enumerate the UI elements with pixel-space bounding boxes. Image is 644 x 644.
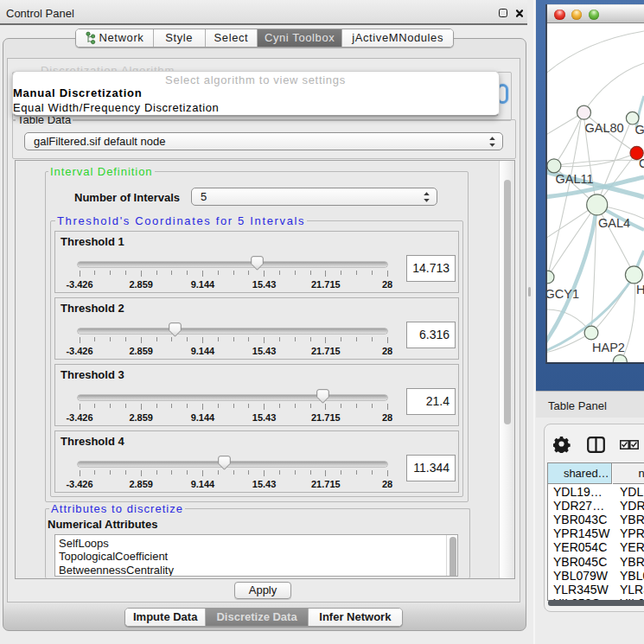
svg-text:HAP2: HAP2 bbox=[592, 340, 625, 354]
svg-text:GAL80: GAL80 bbox=[585, 120, 624, 134]
svg-text:GCY1: GCY1 bbox=[547, 287, 579, 301]
svg-text:GAL11: GAL11 bbox=[556, 172, 594, 186]
svg-text:H: H bbox=[636, 283, 644, 296]
svg-text:GAL4: GAL4 bbox=[598, 216, 630, 230]
svg-text:GA: GA bbox=[635, 123, 644, 137]
svg-text:C: C bbox=[639, 156, 644, 170]
